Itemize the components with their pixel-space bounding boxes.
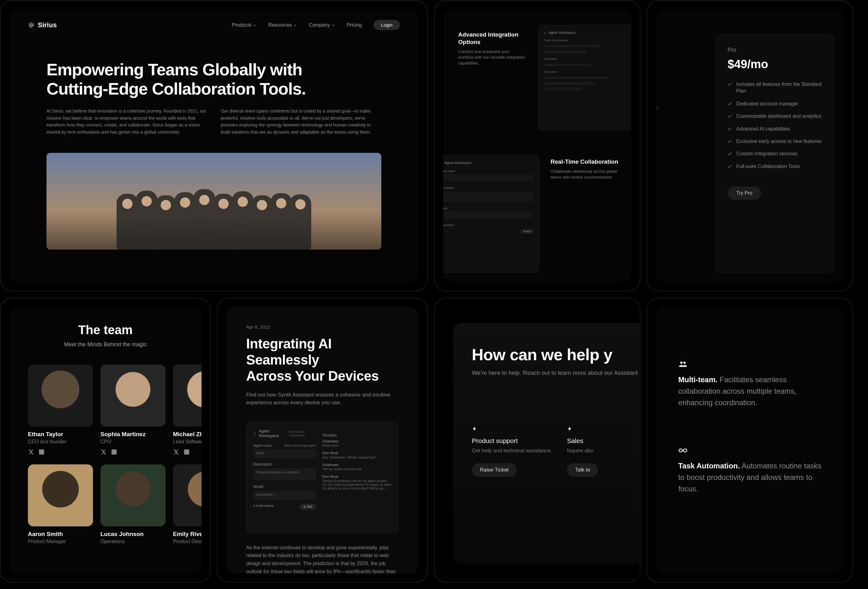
blog-lead: Find out how Synth Assistant ensures a c… <box>246 391 399 407</box>
check-icon <box>728 82 732 87</box>
linkedin-icon[interactable] <box>38 449 45 455</box>
chevron-down-icon <box>294 24 297 27</box>
avatar <box>28 365 93 427</box>
avatar <box>100 365 165 427</box>
hero-heading: Empowering Teams Globally withCutting-Ed… <box>46 60 381 98</box>
logo-icon <box>28 22 35 28</box>
nav-company[interactable]: Company <box>309 22 335 28</box>
avatar <box>100 464 165 526</box>
infinity-icon <box>678 446 688 455</box>
hero-para-2: Our diverse team spans continents but is… <box>221 108 381 136</box>
bolt-icon <box>472 426 477 431</box>
check-icon <box>728 152 732 156</box>
chevron-down-icon <box>253 24 256 27</box>
team-member: Emily RiveraProduct Designe <box>173 464 202 544</box>
mock-ui-1: ⌂Agent Workspace Team Conversation sulai… <box>538 25 631 130</box>
hero-para-1: At Sirius, we believe that innovation is… <box>46 108 207 136</box>
pricing-plan-pro: Pro $49/mo Includes all features from th… <box>715 34 834 273</box>
x-icon[interactable] <box>100 449 107 455</box>
feature-desc: Collaborate seamlessly across global tea… <box>551 169 619 180</box>
bolt-icon <box>567 426 573 431</box>
team-member: Sophia MartinezCPO <box>100 365 165 455</box>
add-button[interactable]: ⊕ Add <box>300 504 316 510</box>
brand-logo[interactable]: Sirius <box>28 21 57 29</box>
team-card: The team Meet the Minds Behind the magic… <box>0 298 211 583</box>
team-member: Michael ZhangLead Software En <box>173 365 202 455</box>
try-pro-button[interactable]: Try Pro <box>728 187 761 200</box>
team-member: Aaron SmithProduct Manager <box>28 464 93 544</box>
mock-ui-2: ⌂Agent Workspace Agent name Description … <box>443 155 539 273</box>
features-list-card: Multi-team. Facilitates seamless collabo… <box>647 298 853 583</box>
plan-features: Includes all features from the Standard … <box>728 81 822 170</box>
help-title: How can we help y <box>472 345 634 364</box>
help-sales: Sales Inquire abo Talk to <box>567 426 634 477</box>
feature-collaboration: Real-Time Collaboration Collaborate seam… <box>551 158 619 180</box>
feature-desc: Connect and streamline your workflow wit… <box>458 49 526 66</box>
nav-links: Products Resources Company Pricing Login <box>232 20 400 30</box>
chevron-down-icon <box>332 24 335 27</box>
blog-title: Integrating AI SeamlesslyAcross Your Dev… <box>246 336 399 384</box>
avatar <box>173 365 202 427</box>
x-icon[interactable] <box>28 449 34 455</box>
sales-title: Sales <box>567 437 634 444</box>
svg-rect-10 <box>39 450 44 455</box>
nav-pricing[interactable]: Pricing <box>347 22 362 28</box>
feature-title: Real-Time Collaboration <box>551 158 619 165</box>
support-title: Product support <box>472 437 552 444</box>
svg-rect-11 <box>112 450 117 455</box>
check-icon <box>728 114 732 118</box>
feature-task-automation: Task Automation. Automates routine tasks… <box>678 446 822 495</box>
linkedin-icon[interactable] <box>111 449 117 455</box>
avatar <box>28 464 93 526</box>
home-icon: ⌂ <box>253 431 256 435</box>
help-lead: We're here to help. Reach out to learn m… <box>472 369 634 376</box>
hero-section: Empowering Teams Globally withCutting-Ed… <box>9 30 418 136</box>
avatar <box>173 464 202 526</box>
blog-body: As the internet continues to develop and… <box>246 544 399 574</box>
features-bento-card: Advanced Integration Options Connect and… <box>434 0 641 291</box>
blog-card: Apr 8, 2022 Integrating AI SeamlesslyAcr… <box>217 298 428 583</box>
sales-desc: Inquire abo <box>567 448 634 454</box>
svg-point-14 <box>683 362 686 364</box>
plan-name: Pro <box>728 47 822 53</box>
team-grid: Ethan TaylorCEO and founder Sophia Marti… <box>28 365 183 544</box>
team-subtitle: Meet the Minds Behind the magic <box>28 341 183 348</box>
nav-products[interactable]: Products <box>232 22 256 28</box>
plan-price: $49/mo <box>728 58 822 71</box>
feature-title: Advanced Integration Options <box>458 31 526 46</box>
talk-to-sales-button[interactable]: Talk to <box>567 463 598 477</box>
pricing-card: from the tools ptions ontrols n options … <box>647 0 853 291</box>
feature-multi-team: Multi-team. Facilitates seamless collabo… <box>678 360 822 409</box>
team-member: Ethan TaylorCEO and founder <box>28 365 93 455</box>
check-icon <box>728 102 732 106</box>
brand-name: Sirius <box>38 21 57 29</box>
linkedin-icon[interactable] <box>183 449 190 455</box>
hero-card: Sirius Products Resources Company Pricin… <box>0 0 428 291</box>
svg-rect-12 <box>184 450 189 455</box>
group-icon <box>678 360 688 369</box>
svg-point-0 <box>30 24 32 26</box>
help-card: How can we help y We're here to help. Re… <box>434 298 641 583</box>
support-desc: Get help and technical assistance. <box>472 448 552 454</box>
check-icon <box>728 127 732 131</box>
feature-integration: Advanced Integration Options Connect and… <box>458 31 526 66</box>
x-icon[interactable] <box>173 449 179 455</box>
help-support: Product support Get help and technical a… <box>472 426 552 477</box>
hero-image <box>46 153 381 249</box>
check-icon <box>728 164 732 169</box>
nav-resources[interactable]: Resources <box>268 22 297 28</box>
check-icon <box>728 139 732 143</box>
top-nav: Sirius Products Resources Company Pricin… <box>9 9 418 30</box>
raise-ticket-button[interactable]: Raise Ticket <box>472 463 517 477</box>
ghost-plan-text: from the tools ptions ontrols n options <box>656 46 718 115</box>
blog-mock-ui: ⌂Agent Workspace Elon musk · Sulaimaan A… <box>246 422 399 533</box>
login-button[interactable]: Login <box>373 20 400 30</box>
team-title: The team <box>28 323 183 337</box>
svg-point-13 <box>680 362 683 364</box>
team-member: Lucas JohnsonOperations <box>100 464 165 544</box>
blog-date: Apr 8, 2022 <box>246 324 399 329</box>
